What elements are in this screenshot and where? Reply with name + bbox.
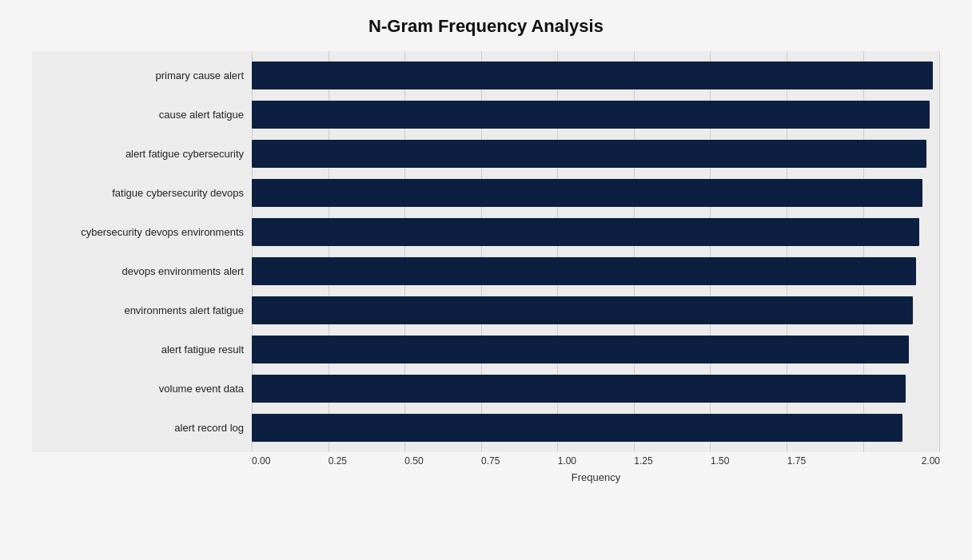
bar-track bbox=[252, 254, 940, 288]
x-tick: 0.25 bbox=[329, 455, 405, 467]
bar-label: devops environments alert bbox=[32, 265, 252, 277]
x-axis: 0.000.250.500.751.001.251.501.752.00 Fre… bbox=[32, 455, 940, 483]
x-tick: 2.00 bbox=[863, 455, 940, 467]
bar-fill bbox=[252, 375, 906, 402]
bar-track bbox=[252, 58, 940, 93]
bar-track bbox=[252, 332, 940, 367]
x-tick: 0.75 bbox=[481, 455, 558, 467]
bar-fill bbox=[252, 218, 919, 245]
bar-label: alert record log bbox=[32, 422, 252, 434]
bar-label: primary cause alert bbox=[32, 70, 252, 81]
bar-label: cybersecurity devops environments bbox=[32, 226, 252, 238]
chart-container: N-Gram Frequency Analysis primary cause … bbox=[0, 0, 972, 560]
chart-title: N-Gram Frequency Analysis bbox=[32, 16, 940, 37]
x-tick: 1.75 bbox=[787, 455, 864, 467]
bar-row: alert fatigue result bbox=[32, 330, 940, 369]
bars-section: primary cause alert cause alert fatigue … bbox=[32, 51, 940, 452]
x-tick: 0.00 bbox=[252, 455, 329, 467]
x-axis-label: Frequency bbox=[32, 471, 940, 483]
bar-row: alert record log bbox=[32, 408, 940, 447]
x-tick: 1.50 bbox=[711, 455, 787, 467]
bar-label: volume event data bbox=[32, 383, 252, 395]
bar-track bbox=[252, 137, 940, 171]
bar-fill bbox=[252, 62, 933, 89]
bar-fill bbox=[252, 101, 930, 128]
bar-fill bbox=[252, 179, 922, 206]
bar-row: cause alert fatigue bbox=[32, 95, 940, 134]
bar-label: fatigue cybersecurity devops bbox=[32, 187, 252, 199]
bar-fill bbox=[252, 257, 916, 284]
bar-row: devops environments alert bbox=[32, 252, 940, 291]
bar-label: alert fatigue result bbox=[32, 344, 252, 355]
bar-track bbox=[252, 371, 940, 406]
x-tick: 1.00 bbox=[558, 455, 635, 467]
bar-track bbox=[252, 293, 940, 328]
x-tick: 1.25 bbox=[634, 455, 711, 467]
bar-fill bbox=[252, 140, 926, 167]
bar-track bbox=[252, 97, 940, 132]
bar-row: environments alert fatigue bbox=[32, 291, 940, 330]
bar-track bbox=[252, 411, 940, 445]
bar-label: cause alert fatigue bbox=[32, 109, 252, 121]
bar-track bbox=[252, 215, 940, 249]
bar-fill bbox=[252, 296, 913, 324]
bar-row: cybersecurity devops environments bbox=[32, 212, 940, 252]
bar-label: alert fatigue cybersecurity bbox=[32, 148, 252, 160]
x-tick: 0.50 bbox=[404, 455, 481, 467]
x-ticks: 0.000.250.500.751.001.251.501.752.00 bbox=[32, 455, 940, 467]
bar-track bbox=[252, 176, 940, 210]
chart-area: primary cause alert cause alert fatigue … bbox=[32, 51, 940, 483]
bar-row: alert fatigue cybersecurity bbox=[32, 134, 940, 173]
bar-row: primary cause alert bbox=[32, 56, 940, 95]
bar-row: volume event data bbox=[32, 369, 940, 408]
bar-row: fatigue cybersecurity devops bbox=[32, 173, 940, 212]
bar-label: environments alert fatigue bbox=[32, 304, 252, 316]
bar-fill bbox=[252, 336, 909, 363]
bar-fill bbox=[252, 414, 902, 441]
